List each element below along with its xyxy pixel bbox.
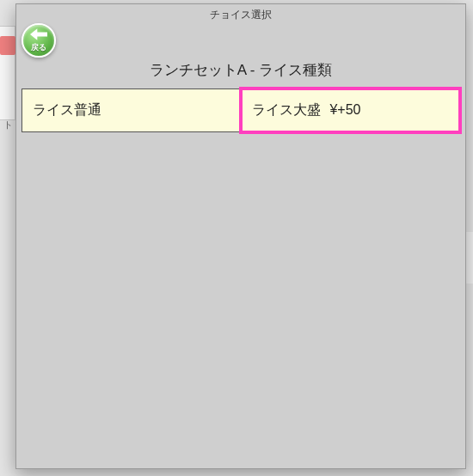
option-label: ライス大盛 [252, 102, 321, 117]
modal-title: チョイス選択 [16, 4, 465, 26]
option-label: ライス普通 [33, 102, 101, 117]
back-button-label: 戻る [31, 42, 46, 53]
option-list: ライス普通 ライス大盛 ¥+50 [16, 88, 465, 132]
back-button[interactable]: 戻る [22, 23, 56, 58]
option-rice-normal[interactable]: ライス普通 [22, 88, 241, 132]
background-label: ト [3, 119, 13, 131]
choice-modal: チョイス選択 戻る ランチセットA - ライス種類 ライス普通 ライス大盛 ¥+… [15, 3, 466, 469]
option-price: ¥+50 [329, 102, 360, 117]
choice-heading: ランチセットA - ライス種類 [16, 60, 465, 80]
option-rice-large[interactable]: ライス大盛 ¥+50 [241, 88, 460, 132]
background-panel-right [466, 232, 473, 284]
background-button [0, 36, 15, 55]
